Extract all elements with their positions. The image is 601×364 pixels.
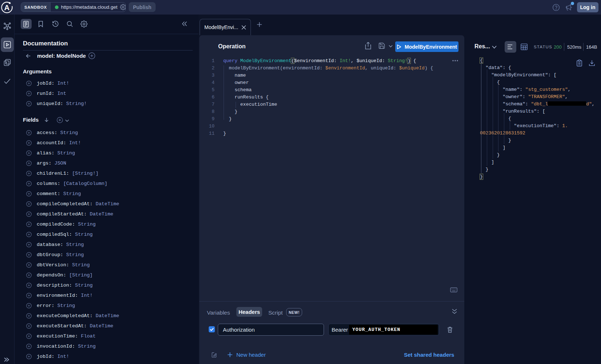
svg-text:A: A	[4, 3, 10, 12]
